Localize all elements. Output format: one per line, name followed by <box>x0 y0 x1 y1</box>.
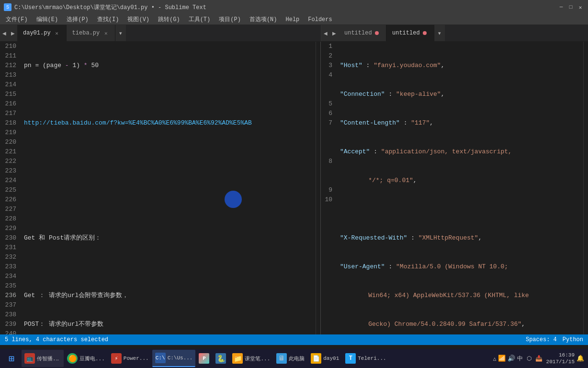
taskbar-day01[interactable]: 📄 day01 <box>308 350 342 367</box>
menu-bar: 文件(F) 编辑(E) 选择(P) 查找(I) 视图(V) 跳转(G) 工具(T… <box>0 14 588 25</box>
tray-time: 16:39 <box>546 352 575 358</box>
right-line-2: "Connection" : "keep-alive", <box>340 90 579 99</box>
tab-tiebapy[interactable]: tieba.py ✕ <box>67 25 116 41</box>
menu-folders[interactable]: Folders <box>304 15 336 24</box>
taskbar-power[interactable]: ⚡ Power... <box>108 350 152 367</box>
code-line-219: POST： 请求的url不带参数 <box>24 320 312 329</box>
left-scroll-prev[interactable]: ◀ <box>0 25 9 41</box>
editor-area: 210 211 212 213 214 215 216 217 218 219 … <box>0 42 588 334</box>
right-line-1: "Host" : "fanyi.youdao.com", <box>340 61 579 70</box>
close-button[interactable]: ✕ <box>577 3 584 11</box>
code-line-210: pn = (page - 1) * 50 <box>24 61 312 70</box>
tab-day01py[interactable]: day01.py ✕ <box>17 25 67 41</box>
code-line-212: http://tieba.baidu.com/f?kw=%E4%BC%A0%E6… <box>24 118 312 128</box>
taskbar-notes-label: 课堂笔... <box>245 355 270 362</box>
right-line-7b: Win64; x64) AppleWebKit/537.36 (KHTML, l… <box>340 291 579 300</box>
menu-tools[interactable]: 工具(T) <box>185 14 215 24</box>
taskbar-explorer-label: 此电脑 <box>289 355 305 362</box>
right-code-content[interactable]: "Host" : "fanyi.youdao.com", "Connection… <box>336 42 583 334</box>
right-line-5 <box>340 205 579 214</box>
taskbar-teleri[interactable]: T Teleri... <box>342 350 389 367</box>
left-code-content[interactable]: pn = (page - 1) * 50 http://tieba.baidu.… <box>20 42 316 334</box>
tab-close-day01py[interactable]: ✕ <box>54 30 60 36</box>
status-bar: 5 lines, 4 characters selected Spaces: 4… <box>0 334 588 345</box>
taskbar-chuanzhi[interactable]: 📺 传智播... <box>22 350 64 367</box>
taskbar-python[interactable]: 🐍 <box>213 350 229 367</box>
code-line-216: Get 和 Post请求的区别： <box>24 233 312 243</box>
tab-label: untitled <box>344 30 372 36</box>
right-line-7a: "User-Agent" : "Mozilla/5.0 (Windows NT … <box>340 262 579 272</box>
taskbar-power-label: Power... <box>124 356 149 361</box>
right-scroll-next[interactable]: ▶ <box>330 25 339 41</box>
menu-view[interactable]: 视图(V) <box>124 14 153 24</box>
right-scrollbar[interactable] <box>583 42 588 334</box>
left-editor-pane[interactable]: 210 211 212 213 214 215 216 217 218 219 … <box>0 42 321 334</box>
right-line-3: "Content-Length" : "117", <box>340 118 579 128</box>
menu-project[interactable]: 项目(P) <box>215 14 245 24</box>
tray-clock[interactable]: 16:39 2017/1/15 <box>546 352 575 366</box>
code-line-213 <box>24 147 312 157</box>
status-spaces: Spaces: 4 <box>526 336 557 343</box>
right-line-4a: "Accept" : "application/json, text/javas… <box>340 147 579 157</box>
menu-select[interactable]: 选择(P) <box>63 14 92 24</box>
menu-edit[interactable]: 编辑(E) <box>33 14 62 24</box>
code-line-211 <box>24 90 312 99</box>
menu-help[interactable]: Help <box>282 15 303 24</box>
menu-file[interactable]: 文件(F) <box>2 14 32 24</box>
code-line-215 <box>24 205 312 214</box>
taskbar-day01-label: day01 <box>323 356 339 361</box>
status-selection: 5 lines, 4 characters selected <box>5 336 108 343</box>
tab-close-tiebapy[interactable]: ✕ <box>102 30 109 36</box>
taskbar-explorer[interactable]: 🖥 此电脑 <box>273 350 307 367</box>
taskbar-cmd-label: C:\Us... <box>168 355 193 361</box>
maximize-button[interactable]: □ <box>567 3 575 11</box>
left-pane-tabs: ◀ ▶ day01.py ✕ tieba.py ✕ ▾ <box>0 25 321 41</box>
status-language: Python <box>563 336 583 343</box>
tray-network: 📶 <box>498 355 506 362</box>
right-line-numbers: 1 2 3 4 5 6 7 8 9 10 <box>321 42 336 334</box>
taskbar-douban[interactable]: 🟠 豆瓣电... <box>64 350 108 367</box>
tray-arrow[interactable]: △ <box>493 356 497 362</box>
tray-other-icons: ⬡ 📥 <box>525 355 544 362</box>
tab-dot-untitled-1 <box>375 31 379 35</box>
right-line-7c: Gecko) Chrome/54.0.2840.99 Safari/537.36… <box>340 320 579 329</box>
menu-preferences[interactable]: 首选项(N) <box>246 14 281 24</box>
title-bar: S C:\Users\mrmao\Desktop\课堂笔记\day01.py •… <box>0 0 588 14</box>
system-tray: △ 📶 🔊 中 ⬡ 📥 16:39 2017/1/15 🔔 <box>493 352 586 366</box>
taskbar-notes[interactable]: 📁 课堂笔... <box>229 350 273 367</box>
left-tab-overflow[interactable]: ▾ <box>115 25 126 41</box>
tab-dot-untitled-2 <box>423 31 427 35</box>
tab-label: untitled <box>392 30 420 36</box>
menu-goto[interactable]: 跳转(G) <box>154 14 184 24</box>
app-icon: S <box>4 3 11 11</box>
tab-untitled-1[interactable]: untitled <box>339 25 386 41</box>
start-button[interactable]: ⊞ <box>2 349 21 368</box>
right-tab-overflow[interactable]: ▾ <box>434 25 445 41</box>
minimize-button[interactable]: ─ <box>557 3 565 11</box>
right-scroll-prev[interactable]: ◀ <box>321 25 330 41</box>
menu-find[interactable]: 查找(I) <box>93 14 123 24</box>
left-line-numbers: 210 211 212 213 214 215 216 217 218 219 … <box>0 42 20 334</box>
tab-label: day01.py <box>23 30 51 36</box>
code-line-218: Get ： 请求的url会附带查询参数， <box>24 291 312 300</box>
taskbar-teleri-label: Teleri... <box>358 356 386 361</box>
window-title: C:\Users\mrmao\Desktop\课堂笔记\day01.py • -… <box>14 3 206 12</box>
tray-date: 2017/1/15 <box>546 358 575 365</box>
left-scrollbar[interactable] <box>316 42 320 334</box>
right-line-4b: */*; q=0.01", <box>340 176 579 185</box>
taskbar-douban-label: 豆瓣电... <box>79 355 105 362</box>
taskbar-pycharm[interactable]: P <box>196 350 212 367</box>
right-editor-pane[interactable]: 1 2 3 4 5 6 7 8 9 10 "Host" : "fanyi.you… <box>321 42 588 334</box>
tab-bar: ◀ ▶ day01.py ✕ tieba.py ✕ ▾ ◀ ▶ untitled… <box>0 25 588 42</box>
tab-untitled-2[interactable]: untitled <box>386 25 434 41</box>
tray-ime[interactable]: 中 <box>517 355 523 363</box>
window-controls: ─ □ ✕ <box>557 3 584 11</box>
taskbar: ⊞ 📺 传智播... 🟠 豆瓣电... ⚡ Power... C:\ C:\Us… <box>0 349 588 368</box>
tray-notification[interactable]: 🔔 <box>577 355 584 362</box>
right-line-6: "X-Requested-With" : "XMLHttpRequest", <box>340 233 579 243</box>
code-line-217 <box>24 262 312 272</box>
taskbar-cmd[interactable]: C:\ C:\Us... <box>152 350 196 367</box>
right-pane-tabs: ◀ ▶ untitled untitled ▾ <box>321 25 588 41</box>
tray-volume: 🔊 <box>508 355 515 362</box>
left-scroll-next[interactable]: ▶ <box>9 25 17 41</box>
